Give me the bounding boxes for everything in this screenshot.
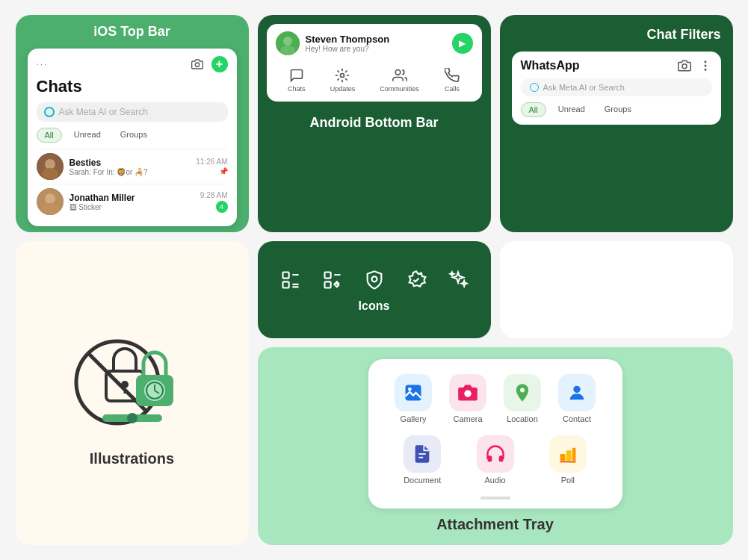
ios-top-bar-card: iOS Top Bar ··· + Chats Ask Meta AI o <box>16 15 249 232</box>
svg-rect-44 <box>560 454 565 461</box>
ios-mockup: ··· + Chats Ask Meta AI or Search A <box>28 49 237 226</box>
filter-unread[interactable]: Unread <box>67 128 108 143</box>
attachment-row-1: Gallery Camera Location <box>386 374 605 423</box>
ios-dots: ··· <box>37 59 49 69</box>
svg-point-2 <box>45 159 55 169</box>
android-video-call-button[interactable]: ▶ <box>452 33 473 54</box>
ios-search-bar[interactable]: Ask Meta AI or Search <box>37 102 228 122</box>
android-calls-label: Calls <box>445 85 460 93</box>
ios-chats-heading: Chats <box>37 77 228 96</box>
svg-rect-16 <box>282 273 288 279</box>
filter-all[interactable]: All <box>37 128 62 143</box>
android-chats-label: Chats <box>288 85 306 93</box>
svg-point-8 <box>283 37 292 46</box>
contact-icon <box>558 374 596 411</box>
filter-chip-groups[interactable]: Groups <box>597 102 639 117</box>
chat-filters-title: Chat Filters <box>512 27 721 43</box>
filters-search-icon <box>530 83 539 92</box>
svg-point-12 <box>682 64 687 69</box>
location-icon <box>504 374 541 411</box>
android-calls-icon <box>444 67 460 84</box>
attachment-poll[interactable]: Poll <box>549 435 587 485</box>
android-nav-communities[interactable]: Communities <box>380 67 419 93</box>
filters-more-icon[interactable] <box>699 59 712 72</box>
android-updates-icon <box>334 67 350 84</box>
chat-time-jonathan: 9:28 AM <box>200 191 228 199</box>
filter-groups[interactable]: Groups <box>113 128 155 143</box>
audio-icon <box>477 435 514 473</box>
svg-rect-23 <box>324 281 330 287</box>
android-chats-icon <box>288 67 305 84</box>
android-communities-icon <box>392 67 408 84</box>
poll-icon <box>549 435 587 473</box>
chat-preview-besties: Sarah: For In: 🦁or 🦂? <box>69 168 191 176</box>
android-nav-calls[interactable]: Calls <box>444 67 460 93</box>
android-updates-label: Updates <box>330 85 356 93</box>
svg-point-14 <box>705 65 706 66</box>
contact-label: Contact <box>563 414 591 423</box>
audio-label: Audio <box>484 476 505 485</box>
verified-icon <box>403 267 430 293</box>
svg-rect-45 <box>566 450 572 461</box>
gallery-label: Gallery <box>401 414 427 423</box>
shield-icon <box>361 267 388 293</box>
attachment-camera[interactable]: Camera <box>449 374 486 423</box>
document-icon <box>404 435 441 473</box>
filters-chips: All Unread Groups <box>521 102 712 117</box>
filters-camera-icon[interactable] <box>678 59 691 72</box>
pin-icon: 📌 <box>219 167 228 175</box>
document-label: Document <box>404 476 441 485</box>
android-nav-updates[interactable]: Updates <box>330 67 356 93</box>
avatar-besties <box>37 153 64 180</box>
attachment-audio[interactable]: Audio <box>477 435 514 485</box>
main-grid: iOS Top Bar ··· + Chats Ask Meta AI o <box>8 7 741 553</box>
android-communities-label: Communities <box>380 85 419 93</box>
svg-rect-21 <box>324 273 330 279</box>
svg-point-40 <box>520 388 525 393</box>
avatar-jonathan <box>37 188 64 215</box>
filters-search-bar[interactable]: Ask Meta AI or Search <box>521 78 712 96</box>
search-circle-icon <box>44 107 55 117</box>
list-icon <box>277 267 304 293</box>
chat-time-besties: 11:26 AM <box>196 158 227 166</box>
filters-mockup: WhatsApp Ask Meta AI or Search All Unrea… <box>512 52 721 125</box>
chat-name-besties: Besties <box>69 158 191 168</box>
icons-card: Icons <box>258 241 491 338</box>
chat-preview-jonathan: 🖼 Sticker <box>69 203 194 211</box>
ios-search-placeholder: Ask Meta AI or Search <box>59 107 148 117</box>
svg-point-11 <box>395 70 401 75</box>
attachment-document[interactable]: Document <box>404 435 441 485</box>
ios-new-chat-button[interactable]: + <box>211 56 228 72</box>
svg-point-41 <box>573 386 580 393</box>
attachment-card-title: Attachment Tray <box>436 516 554 533</box>
android-contact-status: Hey! How are you? <box>306 45 390 53</box>
location-label: Location <box>507 414 538 423</box>
camera-label: Camera <box>453 414 482 423</box>
illustrations-card: Illustrations <box>16 241 249 545</box>
icons-card-title: Icons <box>359 299 390 313</box>
attachment-contact[interactable]: Contact <box>558 374 596 423</box>
svg-point-36 <box>127 413 137 423</box>
chat-item-besties[interactable]: Besties Sarah: For In: 🦁or 🦂? 11:26 AM 📌 <box>37 149 228 184</box>
svg-point-0 <box>195 63 199 66</box>
svg-point-3 <box>42 168 58 180</box>
android-nav-chats[interactable]: Chats <box>288 67 306 93</box>
ios-card-title: iOS Top Bar <box>93 24 170 40</box>
filter-chip-all[interactable]: All <box>521 102 546 117</box>
filters-search-placeholder: Ask Meta AI or Search <box>543 83 625 92</box>
attachment-row-2: Document Audio Poll <box>386 435 605 485</box>
attachment-location[interactable]: Location <box>504 374 541 423</box>
illustrations-card-title: Illustrations <box>90 450 174 467</box>
filters-app-name: WhatsApp <box>521 59 580 72</box>
android-contact-name: Steven Thompson <box>306 34 390 45</box>
filter-chip-unread[interactable]: Unread <box>551 102 593 117</box>
attachment-mockup: Gallery Camera Location <box>368 359 622 508</box>
attachment-tray-card: Gallery Camera Location <box>258 347 733 545</box>
attachment-gallery[interactable]: Gallery <box>395 374 432 423</box>
ios-camera-icon[interactable] <box>189 56 205 72</box>
illustration-art <box>65 319 200 438</box>
android-bottom-nav: Chats Updates Communities <box>276 61 473 94</box>
chat-item-jonathan[interactable]: Jonathan Miller 🖼 Sticker 9:28 AM 4 <box>37 184 228 219</box>
gallery-icon <box>395 374 432 411</box>
svg-point-13 <box>705 61 706 63</box>
